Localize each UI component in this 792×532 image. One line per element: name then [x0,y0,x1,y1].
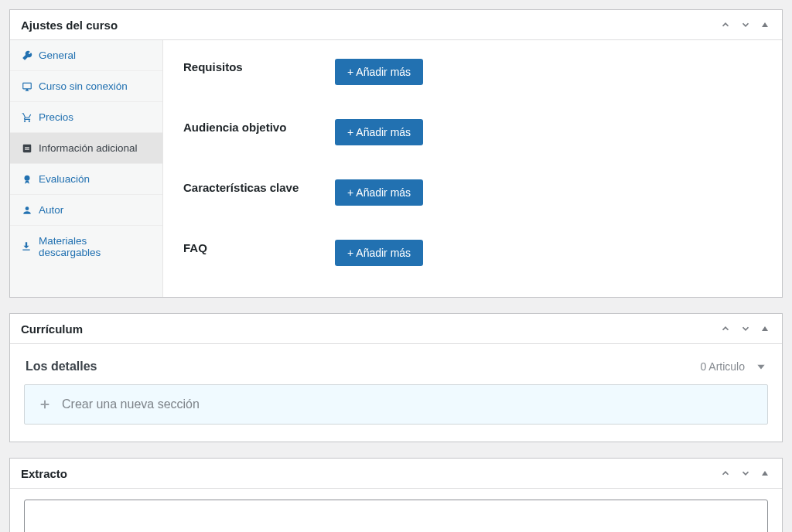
sidebar-item-label: Información adicional [39,142,138,154]
article-count: 0 Articulo [700,360,745,373]
excerpt-body [10,489,782,532]
panel-actions [719,18,771,32]
sidebar-item-evaluation[interactable]: Evaluación [10,164,162,195]
field-label: Características clave [183,179,335,194]
excerpt-panel-header: Extracto [10,459,782,489]
svg-marker-4 [757,365,764,370]
add-caracteristicas-button[interactable]: + Añadir más [335,179,423,206]
svg-marker-3 [762,326,768,331]
field-label: Audiencia objetivo [183,119,335,134]
sidebar-item-label: Materiales descargables [39,235,152,258]
settings-content: Requisitos + Añadir más Audiencia objeti… [163,40,782,297]
field-audiencia: Audiencia objetivo + Añadir más [183,119,762,145]
curriculum-panel-title: Currículum [21,322,83,336]
excerpt-panel: Extracto [9,458,783,532]
chevron-up-icon[interactable] [719,18,732,32]
svg-point-2 [25,206,29,210]
page-icon [21,142,32,154]
sidebar-item-author[interactable]: Autor [10,195,162,226]
chevron-down-icon[interactable] [739,466,753,480]
medal-icon [21,173,32,185]
add-audiencia-button[interactable]: + Añadir más [335,119,423,145]
new-section-label: Crear una nueva sección [62,397,200,411]
settings-panel-title: Ajustes del curso [21,19,118,32]
curriculum-panel-header: Currículum [10,314,782,344]
field-caracteristicas: Características clave + Añadir más [183,179,762,206]
add-requisitos-button[interactable]: + Añadir más [335,59,423,85]
sidebar-item-label: Evaluación [39,173,90,185]
plus-icon [39,398,51,411]
sidebar-item-prices[interactable]: Precios [10,102,162,133]
svg-marker-7 [762,471,768,476]
cart-icon [21,111,32,123]
panel-actions [719,466,771,480]
chevron-down-icon[interactable] [739,322,753,336]
panel-actions [719,322,771,336]
chevron-up-icon[interactable] [719,466,732,480]
collapse-icon[interactable] [759,322,771,335]
chevron-up-icon[interactable] [719,322,732,336]
field-faq: FAQ + Añadir más [183,240,762,266]
settings-panel-header: Ajustes del curso [10,10,782,40]
svg-marker-0 [762,22,768,27]
excerpt-textarea[interactable] [24,500,768,532]
monitor-icon [21,80,32,92]
excerpt-panel-title: Extracto [21,467,67,480]
sidebar-item-additional-info[interactable]: Información adicional [10,133,162,164]
sidebar-item-label: General [39,49,76,61]
wrench-icon [21,49,32,61]
field-label: Requisitos [183,59,335,73]
collapse-icon[interactable] [759,19,771,31]
svg-point-1 [24,175,29,180]
sidebar-item-label: Curso sin conexión [39,80,128,92]
collapse-icon[interactable] [759,467,771,479]
settings-sidebar: General Curso sin conexión Precios Infor… [10,40,163,297]
sidebar-item-offline[interactable]: Curso sin conexión [10,71,162,102]
chevron-down-icon[interactable] [739,18,753,32]
details-label: Los detalles [26,360,97,373]
field-label: FAQ [183,240,335,254]
curriculum-body: Los detalles 0 Articulo Crear una nueva … [10,344,782,442]
user-icon [21,204,32,216]
curriculum-meta: 0 Articulo [700,360,766,373]
sidebar-item-downloads[interactable]: Materiales descargables [10,226,162,268]
caret-down-icon[interactable] [756,361,766,372]
curriculum-details-header: Los detalles 0 Articulo [24,355,768,384]
sidebar-item-label: Autor [39,204,63,216]
download-icon [21,241,32,253]
curriculum-panel: Currículum Los detalles 0 Articulo Crear… [9,313,783,442]
sidebar-item-general[interactable]: General [10,40,162,71]
settings-panel-body: General Curso sin conexión Precios Infor… [10,40,782,297]
new-section-button[interactable]: Crear una nueva sección [24,384,768,425]
add-faq-button[interactable]: + Añadir más [335,240,423,266]
sidebar-item-label: Precios [39,111,73,123]
field-requisitos: Requisitos + Añadir más [183,59,762,85]
settings-panel: Ajustes del curso General Curso sin cone… [9,9,783,298]
